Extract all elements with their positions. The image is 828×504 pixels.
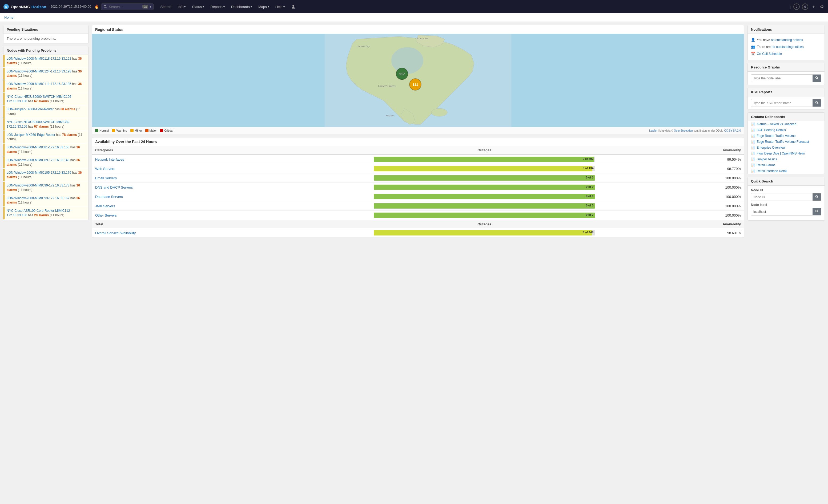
grafana-link[interactable]: Edge Router Traffic Volume (756, 134, 796, 138)
status-chevron-icon: ▾ (203, 5, 204, 8)
node-link[interactable]: LON-Window-2008-MIMIC99-172.16.33.173 (7, 184, 69, 187)
notifications-title: Notifications (748, 25, 825, 34)
node-link[interactable]: LON-Window-2008-MIMIC69-172.16.33.143 (7, 158, 69, 162)
help-chevron-icon: ▾ (283, 5, 285, 8)
nav-link-help[interactable]: Help ▾ (273, 3, 287, 10)
node-link[interactable]: LON-Juniper-T4000-Core-Router (7, 107, 53, 111)
category-link[interactable]: Web Servers (95, 167, 115, 171)
outage-bar: 0 of 0 (374, 203, 595, 209)
regional-map: Hudson Bay Labrador Sea United States Mé… (92, 34, 744, 127)
notif-user-link[interactable]: no outstanding notices (771, 38, 803, 42)
resource-search-button[interactable] (813, 75, 821, 82)
svg-point-6 (431, 108, 447, 117)
notif-oncall-link[interactable]: On-Call Schedule (757, 51, 782, 57)
node-suffix: has (53, 107, 60, 111)
chart-icon: 📊 (751, 169, 755, 173)
grafana-link[interactable]: Retail Alarms (756, 163, 776, 167)
overall-link[interactable]: Overall Service Availability (95, 231, 136, 235)
chart-icon: 📊 (751, 128, 755, 132)
center-panel: Regional Status Hudso (92, 25, 744, 499)
node-link[interactable]: LON-Window-2008-MIMIC124-172.16.33.198 (7, 70, 71, 73)
nav-link-search[interactable]: Search (158, 3, 174, 10)
flame-icon: 🔥 (94, 4, 99, 9)
node-label-search-button[interactable] (813, 208, 821, 215)
overall-bar-fill (374, 230, 592, 235)
chart-icon: 📊 (751, 134, 755, 138)
nav-link-user[interactable] (288, 3, 298, 10)
node-alarm-count: 67 alarms (34, 125, 49, 128)
category-link[interactable]: Email Servers (95, 176, 117, 180)
avail-tfoot: Total Outages Availability Overall Servi… (92, 220, 744, 238)
maps-chevron-icon: ▾ (267, 5, 269, 8)
osm-link[interactable]: OpenStreetMap (674, 129, 693, 132)
grafana-link[interactable]: Flow Deep Dive | OpenNMS Helm (756, 151, 805, 155)
ksc-reports-panel: KSC Reports (747, 88, 825, 110)
outage-bar-fill (374, 166, 592, 171)
outage-value: 0 of 302 (582, 157, 593, 161)
node-item: LON-Juniper-MX960-Edge-Router has 78 ala… (3, 131, 88, 143)
node-id-search-button[interactable] (813, 193, 821, 200)
nav-link-status[interactable]: Status ▾ (189, 3, 207, 10)
category-link[interactable]: Database Servers (95, 195, 123, 199)
resource-search-input[interactable] (751, 75, 813, 82)
leaflet-link[interactable]: Leaflet (649, 129, 657, 132)
legend-minor-label: Minor (135, 129, 142, 132)
avail-category: Email Servers (92, 173, 371, 183)
node-link[interactable]: LON-Window-2008-MIMIC105-172.16.33.179 (7, 171, 71, 175)
node-suffix: has (27, 213, 34, 217)
node-link[interactable]: LON-Window-2008-MIMIC118-172.16.33.192 (7, 57, 71, 60)
calendar-notif-icon: 📅 (751, 50, 755, 57)
nav-link-reports[interactable]: Reports ▾ (208, 3, 227, 10)
category-link[interactable]: Network Interfaces (95, 157, 124, 162)
global-search-bar[interactable]: 2x ▾ (101, 3, 154, 10)
nav-link-info[interactable]: Info ▾ (175, 3, 189, 10)
global-search-input[interactable] (109, 5, 141, 9)
svg-text:Labrador Sea: Labrador Sea (415, 37, 428, 40)
category-link[interactable]: JMX Servers (95, 204, 115, 208)
grafana-link[interactable]: Alarms – Acked vs Unacked (756, 122, 796, 126)
node-alarm-time: (11 hours) (18, 200, 33, 204)
outage-bar: 0 of 0 (374, 185, 595, 190)
badge-count-2[interactable]: 0 (802, 3, 808, 10)
ksc-search-input[interactable] (751, 100, 813, 106)
category-link[interactable]: DNS and DHCP Servers (95, 185, 133, 189)
legend-normal-label: Normal (99, 129, 109, 132)
node-link[interactable]: LON-Juniper-MX960-Edge-Router (7, 133, 55, 137)
node-link[interactable]: LON-Window-2008-MIMIC93-172.16.33.167 (7, 196, 69, 200)
avail-overall-row: Overall Service Availability 3 of 448 98… (92, 228, 744, 238)
node-id-input[interactable] (751, 194, 813, 200)
node-label-input[interactable] (751, 208, 813, 215)
grafana-link[interactable]: Retail Interface Detail (756, 169, 787, 173)
node-item: NYC-Cisco-ASR100-Core-Router-MIMIC112-17… (3, 207, 88, 219)
avail-percentage: 98.779% (598, 164, 744, 173)
avail-outages: 0 of 0 (371, 183, 598, 192)
node-alarm-time: (11 hours) (50, 99, 65, 103)
outage-bar-fill (374, 185, 595, 190)
nav-link-maps[interactable]: Maps ▾ (256, 3, 272, 10)
cc-link[interactable]: CC BY-SA 2.0 (724, 129, 741, 132)
node-link[interactable]: LON-Window-2008-MIMIC81-172.16.33.155 (7, 145, 69, 149)
legend-warning-color (112, 129, 115, 132)
notif-user-text: You have no outstanding notices (757, 37, 803, 43)
grafana-link[interactable]: BGP Peering Details (756, 128, 786, 132)
grafana-link[interactable]: Edge Router Traffic Volume Forecast (756, 140, 809, 144)
resource-search-icon (815, 76, 818, 79)
pending-situations-body: There are no pending problems. (3, 34, 88, 43)
grafana-link[interactable]: Juniper basics (756, 157, 777, 161)
notif-group-link[interactable]: no outstanding notices (772, 45, 803, 49)
nav-link-dashboards[interactable]: Dashboards ▾ (229, 3, 255, 10)
avail-percentage: 100.000% (598, 192, 744, 201)
category-link[interactable]: Other Servers (95, 213, 117, 217)
notifications-body: 👤 You have no outstanding notices 👥 Ther… (748, 34, 825, 60)
badge-count-1[interactable]: 0 (793, 3, 800, 10)
node-alarm-time: (11 hours) (18, 150, 33, 154)
grafana-link[interactable]: Enterprise Overview (756, 146, 785, 149)
ksc-search-button[interactable] (813, 99, 821, 106)
outage-bar: 0 of 302 (374, 156, 595, 162)
node-link[interactable]: LON-Window-2008-MIMIC111-172.16.33.185 (7, 82, 71, 86)
breadcrumb-home[interactable]: Home (4, 15, 13, 19)
settings-button[interactable]: ⚙ (819, 3, 825, 10)
add-button[interactable]: ＋ (811, 3, 817, 11)
breadcrumb: Home (0, 13, 828, 22)
avail-outages: 0 of 0 (371, 201, 598, 211)
